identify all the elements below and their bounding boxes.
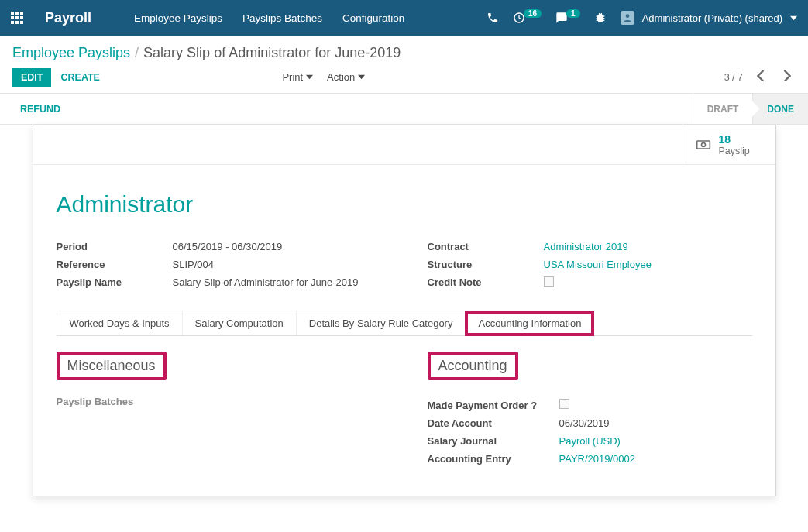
svg-rect-2 xyxy=(696,141,710,149)
create-button[interactable]: CREATE xyxy=(51,68,108,87)
stat-button-payslip[interactable]: 18 Payslip xyxy=(683,125,775,164)
link-accounting-entry[interactable]: PAYR/2019/0002 xyxy=(559,453,636,465)
label-contract: Contract xyxy=(428,241,544,252)
label-period: Period xyxy=(57,241,173,252)
tab-salary-computation[interactable]: Salary Computation xyxy=(182,311,297,335)
record-title: Administrator xyxy=(57,191,752,218)
value-payslip-name: Salary Slip of Administrator for June-20… xyxy=(173,276,381,288)
value-period: 06/15/2019 - 06/30/2019 xyxy=(173,241,381,252)
activities-badge: 16 xyxy=(524,9,542,18)
top-navbar: Payroll Employee Payslips Payslips Batch… xyxy=(0,0,808,36)
statusbar: REFUND DRAFT DONE xyxy=(0,94,808,125)
nav-configuration[interactable]: Configuration xyxy=(342,12,404,24)
status-done[interactable]: DONE xyxy=(752,94,808,124)
tab-worked-days[interactable]: Worked Days & Inputs xyxy=(57,311,183,335)
checkbox-made-payment xyxy=(559,399,569,409)
label-made-payment: Made Payment Order ? xyxy=(428,400,559,411)
section-title-accounting: Accounting xyxy=(428,352,518,380)
print-dropdown[interactable]: Print xyxy=(277,68,318,86)
control-panel: Employee Payslips / Salary Slip of Admin… xyxy=(0,36,808,94)
svg-point-3 xyxy=(701,143,705,147)
nav-payslips-batches[interactable]: Payslips Batches xyxy=(242,12,322,24)
breadcrumb: Employee Payslips / Salary Slip of Admin… xyxy=(12,45,796,61)
print-label: Print xyxy=(282,71,303,83)
checkbox-credit-note xyxy=(544,276,554,287)
phone-icon[interactable] xyxy=(487,12,499,24)
debug-icon[interactable] xyxy=(594,12,607,24)
link-salary-journal[interactable]: Payroll (USD) xyxy=(559,435,621,447)
stat-value: 18 xyxy=(719,133,750,146)
section-title-miscellaneous: Miscellaneous xyxy=(57,352,167,380)
apps-icon[interactable] xyxy=(11,12,23,24)
breadcrumb-separator: / xyxy=(135,45,139,61)
stat-label: Payslip xyxy=(719,146,750,156)
user-menu[interactable]: Administrator (Private) (shared) xyxy=(621,11,797,25)
tabs: Worked Days & Inputs Salary Computation … xyxy=(57,311,752,336)
pager-text: 3 / 7 xyxy=(724,72,743,83)
chevron-right-icon xyxy=(783,70,791,81)
link-contract[interactable]: Administrator 2019 xyxy=(544,241,628,252)
caret-down-icon xyxy=(358,74,365,81)
label-reference: Reference xyxy=(57,259,173,270)
messages-icon[interactable]: 1 xyxy=(555,12,580,24)
label-credit-note: Credit Note xyxy=(428,276,544,289)
label-date-account: Date Account xyxy=(428,417,559,429)
action-dropdown[interactable]: Action xyxy=(322,68,370,86)
link-structure[interactable]: USA Missouri Employee xyxy=(544,259,652,270)
caret-down-icon xyxy=(790,12,797,24)
pager-next[interactable] xyxy=(779,67,796,87)
button-box: 18 Payslip xyxy=(33,125,775,165)
status-draft[interactable]: DRAFT xyxy=(693,94,753,124)
caret-down-icon xyxy=(306,74,313,81)
chevron-left-icon xyxy=(757,70,765,81)
breadcrumb-current: Salary Slip of Administrator for June-20… xyxy=(143,45,401,61)
edit-button[interactable]: EDIT xyxy=(12,68,51,87)
form-sheet: 18 Payslip Administrator Period 06/15/20… xyxy=(33,125,776,496)
svg-point-1 xyxy=(625,14,629,18)
refund-button[interactable]: REFUND xyxy=(12,98,68,121)
avatar-icon xyxy=(621,11,634,25)
app-name[interactable]: Payroll xyxy=(45,10,91,26)
field-grid: Period 06/15/2019 - 06/30/2019 Reference… xyxy=(57,238,752,292)
breadcrumb-parent[interactable]: Employee Payslips xyxy=(12,45,130,61)
messages-badge: 1 xyxy=(566,9,580,18)
user-label: Administrator (Private) (shared) xyxy=(642,12,782,24)
action-label: Action xyxy=(327,71,355,83)
tab-content-accounting: Miscellaneous Payslip Batches Accounting… xyxy=(57,336,752,468)
value-date-account: 06/30/2019 xyxy=(559,417,610,429)
value-reference: SLIP/004 xyxy=(173,259,381,270)
activities-icon[interactable]: 16 xyxy=(513,12,542,24)
pager-prev[interactable] xyxy=(752,67,769,87)
nav-employee-payslips[interactable]: Employee Payslips xyxy=(134,12,222,24)
money-icon xyxy=(696,137,711,153)
tab-accounting-information[interactable]: Accounting Information xyxy=(465,311,594,336)
label-salary-journal: Salary Journal xyxy=(428,435,559,447)
label-payslip-batches: Payslip Batches xyxy=(57,396,381,407)
nav-menu: Employee Payslips Payslips Batches Confi… xyxy=(134,12,404,24)
label-payslip-name: Payslip Name xyxy=(57,276,173,288)
label-structure: Structure xyxy=(428,259,544,270)
label-accounting-entry: Accounting Entry xyxy=(428,453,559,465)
status-steps: DRAFT DONE xyxy=(693,94,808,124)
form-sheet-background: 18 Payslip Administrator Period 06/15/20… xyxy=(0,125,808,512)
tab-details-by-rule[interactable]: Details By Salary Rule Category xyxy=(296,311,466,335)
